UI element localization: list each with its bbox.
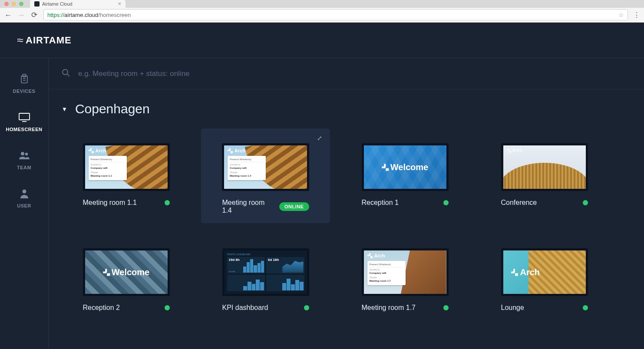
group-title: Copenhagen (75, 102, 150, 116)
sidebar-item-user[interactable]: USER (0, 185, 48, 211)
device-thumbnail: Arch Present Wirelessly Connect to Compa… (83, 143, 170, 191)
reload-button[interactable]: ⟳ (30, 11, 38, 19)
device-thumbnail: Arch Present Wirelessly Connect to Compa… (222, 143, 309, 191)
device-name: Reception 1 (362, 199, 399, 207)
device-grid: Arch Present Wirelessly Connect to Compa… (62, 128, 609, 320)
device-card[interactable]: Arch Conference (480, 128, 609, 223)
sidebar-item-devices[interactable]: DEVICES (0, 70, 48, 96)
status-indicator (443, 200, 449, 205)
device-card[interactable]: ⤢ Arch Present Wirelessly Connect to Com… (201, 128, 330, 223)
svg-rect-4 (19, 113, 30, 120)
sidebar-item-label: USER (17, 203, 31, 208)
device-name: KPI dashboard (222, 304, 268, 312)
logo-icon: ≈ (17, 35, 22, 46)
url-protocol: https:// (47, 12, 64, 18)
sidebar-item-label: TEAM (17, 165, 31, 170)
device-thumbnail: TRAFFIC DASHBOARD 19d 8h12d 18h 6d 18h (222, 248, 309, 296)
tab-bar: Airtame Cloud × (0, 0, 644, 8)
device-name: Reception 2 (83, 304, 120, 312)
status-indicator (165, 305, 170, 310)
forward-button[interactable]: → (17, 11, 25, 19)
search-icon (62, 69, 70, 79)
app-header: ≈ AIRTAME (0, 23, 644, 58)
app-root: ≈ AIRTAME DEVICES HOMESCREEN TEA (0, 23, 644, 349)
url-bar[interactable]: https://airtame.cloud/homescreen ☆ (43, 9, 628, 20)
device-card[interactable]: Welcome Reception 2 (62, 234, 191, 320)
device-thumbnail: Arch (501, 143, 588, 191)
url-path: /homescreen (98, 12, 131, 18)
device-name: Meeting room 1.1 (83, 199, 137, 207)
monitor-icon (18, 111, 31, 123)
device-card[interactable]: TRAFFIC DASHBOARD 19d 8h12d 18h 6d 18h K… (201, 234, 330, 320)
status-indicator (583, 200, 588, 205)
svg-point-7 (25, 153, 27, 155)
device-thumbnail: Arch Present Wirelessly Connect to Compa… (362, 248, 449, 296)
svg-point-9 (63, 69, 68, 75)
device-thumbnail: Welcome (362, 143, 449, 191)
brand-name: AIRTAME (26, 35, 72, 46)
device-name: Lounge (501, 304, 524, 312)
sidebar-item-homescreen[interactable]: HOMESCREEN (0, 109, 48, 135)
back-button[interactable]: ← (4, 11, 12, 19)
main-content: ▼ Copenhagen Arch Present Wirelessly (49, 58, 644, 349)
tab-title: Airtame Cloud (42, 1, 73, 7)
device-name: Meeting room 1.7 (362, 304, 416, 312)
device-card[interactable]: Arch Present Wirelessly Connect to Compa… (62, 128, 191, 223)
status-indicator (443, 305, 449, 310)
browser-tab[interactable]: Airtame Cloud × (30, 0, 125, 8)
device-name: Conference (501, 199, 537, 207)
status-indicator (583, 305, 588, 310)
browser-chrome: Airtame Cloud × ← → ⟳ https://airtame.cl… (0, 0, 644, 23)
bookmark-icon[interactable]: ☆ (618, 11, 624, 18)
sidebar: DEVICES HOMESCREEN TEAM USER (0, 58, 49, 349)
svg-line-10 (67, 74, 69, 76)
expand-icon[interactable]: ⤢ (317, 135, 322, 142)
browser-menu-icon[interactable]: ⋮ (633, 11, 640, 19)
team-icon (18, 149, 30, 161)
svg-rect-1 (23, 74, 26, 77)
user-icon (20, 188, 29, 200)
device-card[interactable]: Arch Present Wirelessly Connect to Compa… (340, 234, 469, 320)
device-thumbnail: Arch (501, 248, 588, 296)
sidebar-item-label: DEVICES (13, 89, 36, 94)
status-indicator (304, 305, 309, 310)
favicon-icon (34, 1, 40, 7)
svg-point-8 (22, 190, 26, 194)
close-tab-icon[interactable]: × (118, 1, 121, 7)
sidebar-item-team[interactable]: TEAM (0, 147, 48, 173)
device-card[interactable]: Welcome Reception 1 (340, 128, 469, 223)
devices-icon (18, 73, 30, 85)
window-controls[interactable] (4, 2, 23, 6)
device-thumbnail: Welcome (83, 248, 170, 296)
sidebar-item-label: HOMESCREEN (6, 127, 43, 132)
device-card[interactable]: Arch Lounge (480, 234, 609, 320)
svg-point-6 (21, 152, 24, 155)
search-bar (49, 58, 644, 89)
status-indicator (165, 200, 170, 205)
brand-logo[interactable]: ≈ AIRTAME (17, 35, 72, 46)
status-badge: ONLINE (279, 202, 309, 211)
device-name: Meeting room 1.4 (222, 199, 275, 214)
url-host: airtame.cloud (64, 12, 98, 18)
group-header[interactable]: ▼ Copenhagen (62, 102, 631, 116)
nav-bar: ← → ⟳ https://airtame.cloud/homescreen ☆… (0, 8, 644, 22)
search-input[interactable] (78, 69, 631, 78)
caret-down-icon: ▼ (62, 106, 67, 112)
